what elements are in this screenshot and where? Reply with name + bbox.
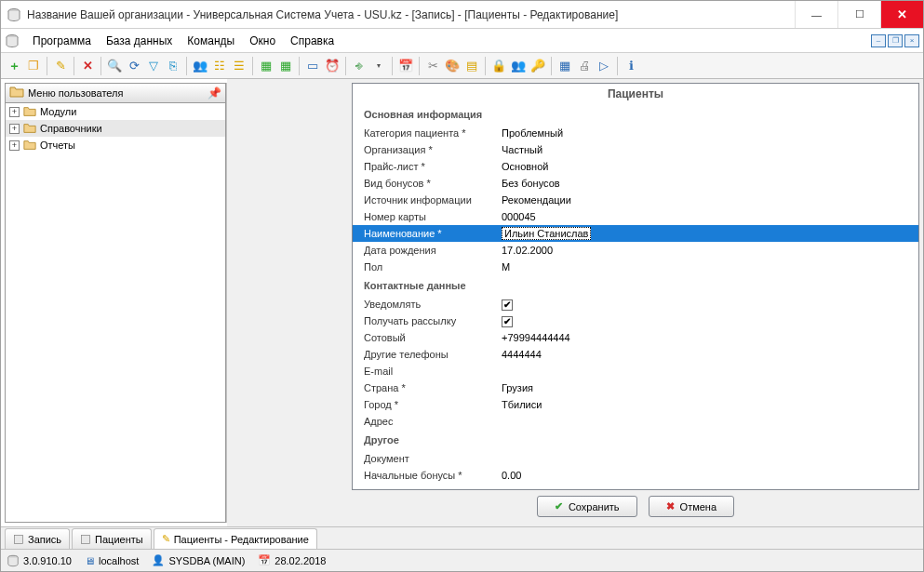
copy-icon[interactable]: ❐: [24, 57, 43, 75]
tree-item-directories[interactable]: + Справочники: [6, 120, 225, 137]
lock-icon[interactable]: 🔒: [489, 57, 508, 75]
row-name[interactable]: Наименование *Ильин Станислав: [353, 225, 918, 242]
row-sex[interactable]: ПолМ: [353, 259, 918, 275]
help-icon[interactable]: ℹ: [622, 57, 640, 75]
status-bar: 3.0.910.10 🖥 localhost 👤 SYSDBA (MAIN) 📅…: [1, 549, 923, 571]
grid-icon[interactable]: ▦: [556, 57, 574, 75]
mdi-buttons: – ❐ ×: [871, 34, 919, 47]
mdi-minimize[interactable]: –: [871, 34, 886, 47]
row-start-bonus[interactable]: Начальные бонусы *0.00: [353, 467, 918, 484]
print-icon[interactable]: 🖨: [575, 57, 594, 75]
cards-icon[interactable]: ▭: [303, 57, 322, 75]
row-notify[interactable]: Уведомлять✔: [353, 296, 918, 313]
menu-window[interactable]: Окно: [242, 32, 283, 50]
tab-patients-edit[interactable]: ✎ Пациенты - Редактирование: [154, 528, 317, 549]
users-icon[interactable]: 👥: [509, 57, 528, 75]
document-tabs: Запись Пациенты ✎ Пациенты - Редактирова…: [1, 526, 923, 549]
close-button[interactable]: ✕: [880, 1, 923, 28]
mdi-close[interactable]: ×: [904, 34, 919, 47]
db-icon: [5, 33, 20, 48]
tree-label: Отчеты: [40, 140, 75, 151]
tools-icon[interactable]: ✂: [423, 57, 442, 75]
delete-icon[interactable]: ✕: [78, 57, 97, 75]
app-icon: [7, 7, 21, 22]
check-icon: ✔: [555, 500, 563, 512]
mdi-restore[interactable]: ❐: [888, 34, 903, 47]
expand-icon[interactable]: +: [9, 140, 20, 151]
cancel-icon: ✖: [666, 500, 675, 512]
notify-checkbox[interactable]: ✔: [502, 299, 513, 311]
maximize-button[interactable]: ☐: [837, 1, 880, 28]
action-buttons: ✔ Сохранить ✖ Отмена: [352, 490, 919, 523]
row-card[interactable]: Номер карты000045: [353, 208, 918, 225]
status-date: 📅 28.02.2018: [258, 554, 326, 566]
tree-icon[interactable]: ☷: [210, 57, 229, 75]
play-icon[interactable]: ▷: [595, 57, 613, 75]
reminder-icon[interactable]: ⏰: [323, 57, 341, 75]
window-title: Название Вашей организации - Универсальн…: [27, 8, 795, 21]
row-country[interactable]: Страна *Грузия: [353, 379, 918, 396]
row-bonus[interactable]: Вид бонусов *Без бонусов: [353, 175, 918, 192]
menu-commands[interactable]: Команды: [180, 32, 242, 50]
row-dob[interactable]: Дата рождения17.02.2000: [353, 242, 918, 259]
name-input[interactable]: Ильин Станислав: [502, 227, 591, 240]
edit-icon[interactable]: ✎: [51, 57, 70, 75]
calendar-icon: 📅: [258, 554, 271, 566]
group-icon[interactable]: 👥: [191, 57, 209, 75]
list-icon[interactable]: ☰: [230, 57, 248, 75]
add-icon[interactable]: ＋: [5, 57, 23, 75]
row-city[interactable]: Город *Тбилиси: [353, 396, 918, 413]
pin-icon[interactable]: 📌: [208, 86, 221, 100]
row-price[interactable]: Прайс-лист *Основной: [353, 158, 918, 175]
minimize-button[interactable]: —: [795, 1, 837, 28]
svg-rect-2: [15, 535, 23, 543]
row-org[interactable]: Организация *Частный: [353, 141, 918, 158]
server-icon: 🖥: [85, 555, 95, 566]
exit-icon[interactable]: ⎆: [350, 57, 368, 75]
excel-out-icon[interactable]: ▦: [276, 57, 295, 75]
form-scroll[interactable]: Основная информация Категория пациента *…: [353, 104, 918, 489]
row-mobile[interactable]: Сотовый+79994444444: [353, 329, 918, 346]
sidebar: Меню пользователя 📌 + Модули + Справочни…: [5, 83, 227, 523]
tab-record[interactable]: Запись: [5, 528, 70, 549]
cancel-button[interactable]: ✖ Отмена: [649, 496, 734, 517]
exit-dropdown-icon[interactable]: ▾: [369, 57, 388, 75]
palette-icon[interactable]: 🎨: [443, 57, 462, 75]
menu-program[interactable]: Программа: [25, 32, 99, 50]
key-icon[interactable]: 🔑: [529, 57, 547, 75]
section-main: Основная информация: [353, 104, 918, 125]
calendar-icon[interactable]: 📅: [396, 57, 415, 75]
title-bar: Название Вашей организации - Универсальн…: [1, 1, 923, 29]
row-document[interactable]: Документ: [353, 450, 918, 467]
row-address[interactable]: Адрес: [353, 413, 918, 430]
note-icon[interactable]: ▤: [462, 57, 481, 75]
row-subscribe[interactable]: Получать рассылку✔: [353, 313, 918, 329]
row-phones[interactable]: Другие телефоны4444444: [353, 346, 918, 363]
expand-icon[interactable]: +: [9, 124, 20, 134]
tab-patients[interactable]: Пациенты: [72, 528, 152, 549]
search-icon[interactable]: 🔍: [105, 57, 124, 75]
menu-help[interactable]: Справка: [283, 32, 341, 50]
section-other: Другое: [353, 430, 918, 450]
row-email[interactable]: E-mail: [353, 363, 918, 379]
refresh-icon[interactable]: ⟳: [125, 57, 143, 75]
excel-in-icon[interactable]: ▦: [257, 57, 275, 75]
tree-item-modules[interactable]: + Модули: [6, 103, 225, 120]
status-user: 👤 SYSDBA (MAIN): [152, 554, 245, 566]
subscribe-checkbox[interactable]: ✔: [502, 316, 513, 327]
folder-icon: [9, 85, 24, 101]
status-host: 🖥 localhost: [85, 555, 139, 566]
tree-label: Справочники: [40, 123, 102, 134]
row-category[interactable]: Категория пациента *Проблемный: [353, 125, 918, 141]
body: Меню пользователя 📌 + Модули + Справочни…: [1, 79, 923, 526]
export-icon[interactable]: ⎘: [164, 57, 182, 75]
filter-icon[interactable]: ▽: [144, 57, 163, 75]
row-source[interactable]: Источник информацииРекомендации: [353, 192, 918, 208]
tree-item-reports[interactable]: + Отчеты: [6, 137, 225, 153]
menu-database[interactable]: База данных: [99, 32, 180, 50]
sidebar-header: Меню пользователя 📌: [5, 83, 226, 103]
expand-icon[interactable]: +: [9, 107, 20, 117]
save-button[interactable]: ✔ Сохранить: [537, 496, 637, 517]
sidebar-title: Меню пользователя: [28, 87, 208, 99]
svg-rect-3: [82, 535, 90, 543]
